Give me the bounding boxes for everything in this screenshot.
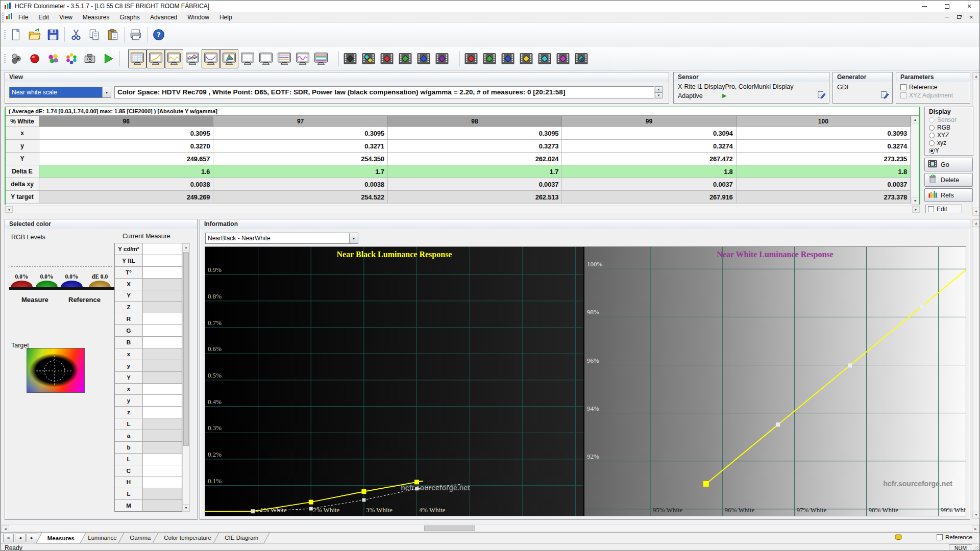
table-cell[interactable]: 254.350: [213, 153, 387, 165]
table-cell[interactable]: 267.916: [562, 191, 736, 203]
bottom-horizontal-scrollbar[interactable]: ◄ ►: [1, 524, 980, 532]
radio-icon[interactable]: [929, 117, 935, 123]
measure-color-ring-button[interactable]: [62, 49, 81, 68]
help-button[interactable]: ?: [150, 25, 168, 44]
scroll-left-icon[interactable]: ◄: [2, 525, 9, 533]
table-cell[interactable]: 0.0038: [213, 178, 387, 190]
display-mode-xyz[interactable]: XYZ: [925, 131, 973, 139]
spin-down-icon[interactable]: ▼: [655, 92, 663, 98]
saturation-yellow-film-button[interactable]: [517, 49, 535, 68]
mdi-restore-button[interactable]: [953, 13, 965, 22]
table-horizontal-scrollbar[interactable]: ◄ ►: [5, 206, 920, 213]
menu-item-window[interactable]: Window: [182, 12, 214, 22]
table-cell[interactable]: 0.3095: [39, 127, 213, 139]
view-blank-b-button[interactable]: [257, 49, 275, 68]
table-column-header[interactable]: 99: [562, 116, 736, 127]
scroll-up-icon[interactable]: ▲: [972, 72, 980, 80]
menu-item-graphs[interactable]: Graphs: [115, 12, 145, 22]
scroll-thumb[interactable]: [424, 525, 475, 531]
saturation-cyan-film-button[interactable]: [535, 49, 554, 68]
resize-grip[interactable]: [973, 544, 980, 551]
tab-prev-button[interactable]: ◄: [15, 534, 26, 542]
table-cell[interactable]: 0.3271: [213, 140, 387, 152]
menu-item-advanced[interactable]: Advanced: [145, 12, 182, 22]
top-vertical-scrollbar[interactable]: ▲ ▼: [972, 72, 980, 216]
tab-cie-diagram[interactable]: CIE Diagram: [213, 533, 270, 543]
sensor-settings-icon[interactable]: [817, 91, 826, 101]
measure-sensor-button[interactable]: [7, 49, 26, 68]
scroll-right-icon[interactable]: ►: [912, 206, 920, 213]
radio-icon[interactable]: [929, 148, 935, 154]
reference-checkbox[interactable]: Reference: [937, 534, 972, 540]
copy-button[interactable]: [85, 25, 104, 44]
sensor-play-icon[interactable]: ▶: [722, 92, 726, 99]
paste-button[interactable]: [104, 25, 122, 44]
table-cell[interactable]: 0.0037: [388, 178, 562, 190]
table-cell[interactable]: 0.3095: [213, 127, 387, 139]
view-luminance-wave-button[interactable]: [165, 49, 183, 68]
table-cell[interactable]: 1.6: [39, 165, 213, 178]
table-cell[interactable]: 1.8: [737, 165, 911, 178]
mdi-close-button[interactable]: ×: [965, 13, 977, 22]
graph-selector[interactable]: NearBlack - NearWhite ▼: [205, 233, 358, 244]
measure-capture-button[interactable]: [81, 49, 99, 68]
scroll-down-icon[interactable]: ▼: [972, 511, 980, 518]
measure-multi-film-button[interactable]: [359, 49, 378, 68]
view-blank-a-button[interactable]: [238, 49, 257, 68]
measure-dark-film-button[interactable]: [341, 49, 359, 68]
view-data-grid-button[interactable]: [128, 49, 146, 68]
scroll-down-icon[interactable]: ▼: [912, 197, 919, 205]
edit-checkbox[interactable]: Edit: [925, 205, 962, 213]
cut-button[interactable]: [67, 25, 85, 44]
checkbox-icon[interactable]: [900, 92, 906, 98]
menu-item-measures[interactable]: Measures: [78, 12, 115, 22]
parameter-xyz-adjustment[interactable]: XYZ Adjustment: [896, 91, 970, 99]
radio-icon[interactable]: [929, 133, 935, 138]
edit-checkbox-box[interactable]: [928, 206, 934, 212]
info-spinner[interactable]: ▲ ▼: [655, 86, 663, 98]
radio-icon[interactable]: [929, 125, 935, 131]
delete-button[interactable]: Delete: [924, 173, 973, 187]
new-button[interactable]: [7, 25, 26, 44]
save-button[interactable]: [44, 25, 62, 44]
display-mode-sensor[interactable]: Sensor: [925, 116, 973, 123]
table-cell[interactable]: 0.3273: [388, 140, 562, 152]
menu-item-help[interactable]: Help: [214, 12, 237, 22]
table-cell[interactable]: 262.513: [388, 191, 562, 203]
scroll-up-icon[interactable]: ▲: [972, 219, 980, 227]
table-cell[interactable]: 273.235: [737, 153, 911, 165]
chevron-down-icon[interactable]: ▼: [349, 233, 358, 243]
table-cell[interactable]: 254.522: [213, 191, 387, 203]
view-rgb-histogram-button[interactable]: [183, 49, 202, 68]
minimize-button[interactable]: [913, 1, 936, 12]
table-cell[interactable]: 0.0037: [737, 178, 911, 190]
tab-close-button[interactable]: ×: [3, 534, 14, 542]
table-cell[interactable]: 249.269: [39, 191, 213, 203]
view-nearblack-curve-button[interactable]: [202, 49, 220, 68]
scroll-down-icon[interactable]: ▼: [972, 208, 980, 215]
table-cell[interactable]: 0.3274: [562, 140, 736, 152]
table-column-header[interactable]: 96: [39, 116, 213, 127]
table-column-header[interactable]: 98: [388, 116, 562, 127]
measure-red-ball-button[interactable]: [26, 49, 44, 68]
measure-purple-film-button[interactable]: [433, 49, 451, 68]
checkbox-icon[interactable]: [900, 84, 906, 90]
table-cell[interactable]: 0.3093: [737, 127, 911, 139]
chevron-down-icon[interactable]: ▼: [102, 87, 111, 97]
table-cell[interactable]: 0.3274: [737, 140, 911, 152]
saturation-green-film-button[interactable]: [480, 49, 499, 68]
display-mode-xyz[interactable]: xyz: [925, 139, 973, 146]
menu-item-edit[interactable]: Edit: [33, 12, 54, 22]
measure-red-film-button[interactable]: [378, 49, 396, 68]
measure-table-scroll-thumb[interactable]: [183, 252, 189, 446]
scroll-up-icon[interactable]: ▲: [183, 243, 189, 251]
saturation-red-film-button[interactable]: [462, 49, 480, 68]
table-column-header[interactable]: 97: [213, 116, 387, 127]
table-cell[interactable]: 267.472: [562, 153, 736, 165]
table-cell[interactable]: 1.7: [213, 165, 387, 178]
radio-icon[interactable]: [929, 140, 935, 146]
view-gamma-curve-button[interactable]: [146, 49, 165, 68]
table-vertical-scrollbar[interactable]: ▲ ▼: [911, 116, 919, 205]
table-cell[interactable]: 1.7: [388, 165, 562, 178]
measure-color-balls-button[interactable]: [44, 49, 62, 68]
